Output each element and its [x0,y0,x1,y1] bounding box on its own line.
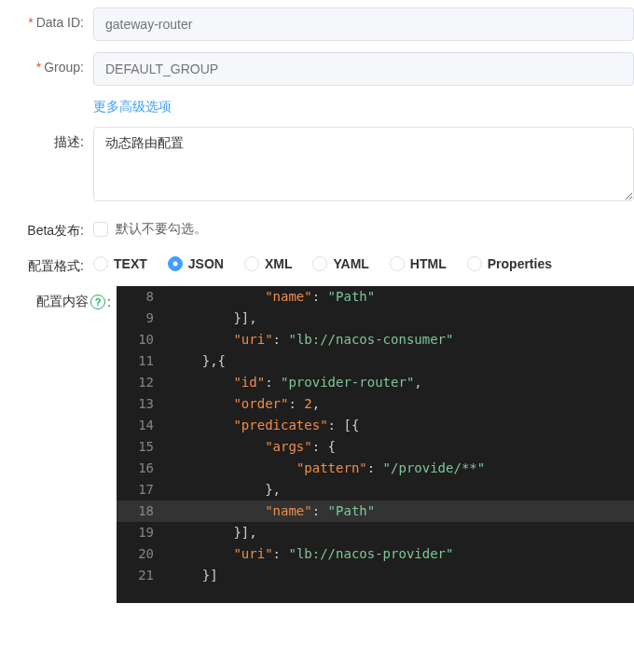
format-radio-html[interactable]: HTML [390,256,447,271]
row-beta: Beta发布: 默认不要勾选。 [0,215,634,240]
radio-label: YAML [333,256,368,271]
format-radio-yaml[interactable]: YAML [312,256,368,271]
radio-circle-icon [467,256,482,271]
code-text: },{ [171,350,634,372]
label-group: *Group: [0,52,93,75]
code-line: 14 "predicates": [{ [117,415,634,436]
row-description: 描述: [0,127,634,204]
beta-checkbox[interactable] [93,222,108,237]
code-text: "pattern": "/provide/**" [171,458,634,479]
code-line: 13 "order": 2, [117,393,634,415]
code-line: 10 "uri": "lb://nacos-consumer" [117,329,634,350]
row-format: 配置格式: TEXTJSONXMLYAMLHTMLProperties [0,251,634,275]
label-beta: Beta发布: [0,215,93,240]
code-text: "id": "provider-router", [171,372,634,393]
code-text: }, [171,479,634,501]
format-radio-text[interactable]: TEXT [93,256,147,271]
code-text: "order": 2, [171,393,634,415]
code-text: "name": "Path" [171,501,634,522]
code-line: 17 }, [117,479,634,501]
advanced-options-link[interactable]: 更多高级选项 [93,97,172,116]
line-number: 9 [117,308,171,329]
line-number: 18 [117,501,171,522]
radio-circle-icon [93,256,108,271]
line-number: 20 [117,543,171,565]
line-number: 17 [117,479,171,501]
beta-hint-text: 默认不要勾选。 [116,221,207,238]
format-radio-group: TEXTJSONXMLYAMLHTMLProperties [93,251,634,271]
group-input[interactable] [93,52,634,86]
radio-circle-icon [390,256,405,271]
label-format: 配置格式: [0,251,93,275]
code-text: "name": "Path" [171,286,634,308]
label-content: 配置内容 ? : [0,286,117,310]
description-textarea[interactable] [93,127,634,201]
code-text: "args": { [171,436,634,458]
radio-label: TEXT [114,256,147,271]
line-number: 21 [117,565,171,586]
line-number: 11 [117,350,171,372]
code-line: 9 }], [117,308,634,329]
line-number: 19 [117,522,171,543]
code-text: }] [171,565,634,586]
line-number: 16 [117,458,171,479]
required-star: * [28,15,33,30]
row-advanced: 更多高级选项 [0,97,634,116]
code-text: "predicates": [{ [171,415,634,436]
line-number: 13 [117,393,171,415]
line-number: 15 [117,436,171,458]
code-line: 8 "name": "Path" [117,286,634,308]
code-line: 15 "args": { [117,436,634,458]
radio-circle-icon [168,256,183,271]
line-number: 14 [117,415,171,436]
label-data-id: *Data ID: [0,7,93,30]
code-text: }], [171,522,634,543]
data-id-input[interactable] [93,7,634,41]
radio-label: Properties [488,256,552,271]
format-radio-xml[interactable]: XML [244,256,293,271]
row-data-id: *Data ID: [0,7,634,41]
code-text: }], [171,308,634,329]
code-line: 21 }] [117,565,634,586]
code-line: 18 "name": "Path" [117,501,634,522]
required-star: * [36,60,41,75]
code-line: 11 },{ [117,350,634,372]
code-text: "uri": "lb://nacos-consumer" [171,329,634,350]
radio-label: XML [265,256,293,271]
line-number: 12 [117,372,171,393]
code-line: 12 "id": "provider-router", [117,372,634,393]
code-line: 20 "uri": "lb://nacos-provider" [117,543,634,565]
radio-label: HTML [410,256,447,271]
radio-circle-icon [312,256,327,271]
line-number: 10 [117,329,171,350]
code-text: "uri": "lb://nacos-provider" [171,543,634,565]
row-content: 配置内容 ? : 8 "name": "Path"9 }],10 "uri": … [0,286,634,603]
code-editor[interactable]: 8 "name": "Path"9 }],10 "uri": "lb://nac… [117,286,634,603]
format-radio-json[interactable]: JSON [168,256,224,271]
code-line: 19 }], [117,522,634,543]
format-radio-properties[interactable]: Properties [467,256,552,271]
label-description: 描述: [0,127,93,151]
radio-circle-icon [244,256,259,271]
line-number: 8 [117,286,171,308]
code-line: 16 "pattern": "/provide/**" [117,458,634,479]
row-group: *Group: [0,52,634,86]
help-icon[interactable]: ? [90,295,105,309]
config-form: *Data ID: *Group: 更多高级选项 描述: Beta发布: [0,0,634,603]
radio-label: JSON [188,256,224,271]
